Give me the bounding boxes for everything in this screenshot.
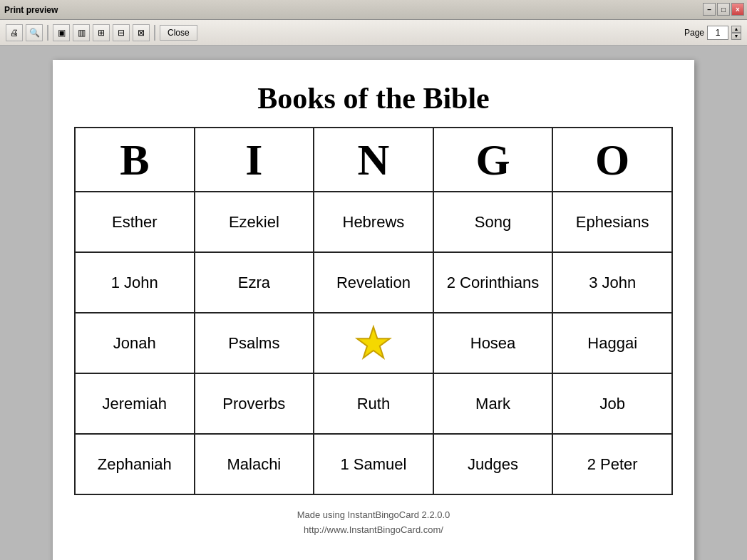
page-text: Page [684, 28, 704, 38]
window-controls: – □ × [703, 3, 744, 16]
maximize-button[interactable]: □ [717, 3, 730, 16]
nav-icon-2[interactable]: ▥ [73, 24, 90, 41]
footer: Made using InstantBingoCard 2.2.0.0 http… [297, 508, 450, 538]
cell-r1c1: Esther [75, 192, 195, 252]
toolbar: 🖨 🔍 ▣ ▥ ⊞ ⊟ ⊠ Close Page ▲ ▼ [0, 20, 747, 46]
nav-icon-5[interactable]: ⊠ [133, 24, 150, 41]
bingo-letter-o: O [552, 128, 672, 192]
nav-icon-3[interactable]: ⊞ [93, 24, 110, 41]
cell-r2c5: 3 John [552, 252, 672, 313]
close-window-button[interactable]: × [731, 3, 744, 16]
cell-r1c2: Ezekiel [195, 192, 314, 252]
table-row: Esther Ezekiel Hebrews Song Ephesians [75, 192, 672, 252]
zoom-icon[interactable]: 🔍 [26, 24, 43, 41]
cell-r5c1: Zephaniah [75, 434, 195, 494]
cell-r5c3: 1 Samuel [314, 434, 433, 494]
main-area: Books of the Bible B I N G O Esther Ezek… [0, 46, 747, 560]
page-arrows: ▲ ▼ [731, 26, 741, 40]
cell-r1c5: Ephesians [552, 192, 672, 252]
bingo-letter-n: N [314, 128, 433, 192]
page-label-area: Page ▲ ▼ [684, 26, 741, 40]
cell-r4c4: Mark [433, 373, 553, 434]
bingo-letter-i: I [195, 128, 314, 192]
nav-icon-4[interactable]: ⊟ [113, 24, 130, 41]
cell-r4c2: Proverbs [195, 373, 314, 434]
star-icon: ★ [354, 322, 393, 365]
close-preview-button[interactable]: Close [160, 25, 197, 41]
cell-r2c1: 1 John [75, 252, 195, 313]
cell-r1c4: Song [433, 192, 553, 252]
footer-line1: Made using InstantBingoCard 2.2.0.0 [297, 508, 450, 523]
bingo-letter-g: G [433, 128, 553, 192]
separator-2 [154, 25, 155, 41]
cell-r3c2: Psalms [195, 313, 314, 373]
title-bar: Print preview – □ × [0, 0, 747, 20]
cell-r4c1: Jeremiah [75, 373, 195, 434]
cell-r3c4: Hosea [433, 313, 553, 373]
minimize-button[interactable]: – [703, 3, 716, 16]
bingo-header-row: B I N G O [75, 128, 672, 192]
cell-r3c5: Haggai [552, 313, 672, 373]
free-space-cell: ★ [314, 313, 433, 373]
nav-icon-1[interactable]: ▣ [53, 24, 70, 41]
cell-r3c1: Jonah [75, 313, 195, 373]
bingo-table: B I N G O Esther Ezekiel Hebrews Song Ep… [74, 127, 673, 495]
cell-r2c2: Ezra [195, 252, 314, 313]
table-row: Jeremiah Proverbs Ruth Mark Job [75, 373, 672, 434]
window-title: Print preview [4, 5, 58, 15]
print-icon[interactable]: 🖨 [6, 24, 23, 41]
cell-r5c5: 2 Peter [552, 434, 672, 494]
page-up-arrow[interactable]: ▲ [731, 26, 741, 33]
cell-r2c3: Revelation [314, 252, 433, 313]
cell-r4c3: Ruth [314, 373, 433, 434]
table-row: Zephaniah Malachi 1 Samuel Judges 2 Pete… [75, 434, 672, 494]
cell-r4c5: Job [552, 373, 672, 434]
footer-line2: http://www.InstantBingoCard.com/ [297, 523, 450, 538]
card-title: Books of the Bible [257, 81, 490, 115]
cell-r5c4: Judges [433, 434, 553, 494]
print-paper: Books of the Bible B I N G O Esther Ezek… [53, 60, 694, 560]
cell-r1c3: Hebrews [314, 192, 433, 252]
table-row: Jonah Psalms ★ Hosea Haggai [75, 313, 672, 373]
table-row: 1 John Ezra Revelation 2 Corinthians 3 J… [75, 252, 672, 313]
bingo-letter-b: B [75, 128, 195, 192]
cell-r5c2: Malachi [195, 434, 314, 494]
separator-1 [47, 25, 48, 41]
page-down-arrow[interactable]: ▼ [731, 33, 741, 40]
cell-r2c4: 2 Corinthians [433, 252, 553, 313]
page-number-input[interactable] [707, 26, 728, 40]
